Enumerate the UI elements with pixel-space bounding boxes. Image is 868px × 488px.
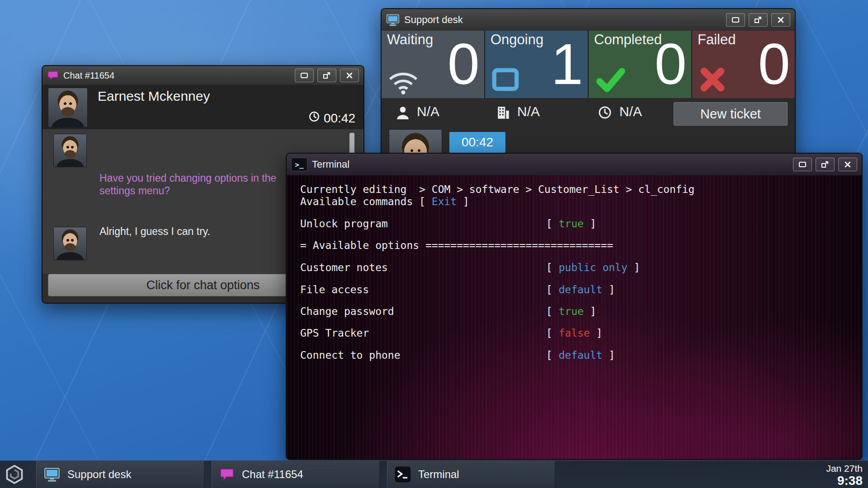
terminal-option-row: Connect to phone[ default ]: [300, 349, 853, 361]
taskbar-date: Jan 27th: [826, 463, 863, 474]
monitor-icon: [44, 466, 60, 483]
option-value[interactable]: default: [559, 349, 603, 361]
new-ticket-button[interactable]: New ticket: [674, 102, 788, 126]
option-value[interactable]: public only: [559, 262, 627, 273]
chat-window-controls: [295, 69, 359, 82]
option-label: Connect to phone: [300, 349, 546, 361]
tile-failed: Failed 0: [692, 31, 795, 98]
close-button[interactable]: [771, 13, 790, 27]
tile-count: 0: [758, 31, 790, 98]
tile-count: 0: [448, 31, 480, 98]
chat-bubble-icon: [47, 70, 59, 81]
status-tiles: Waiting 0 Ongoing 1 Completed 0: [382, 31, 795, 98]
tile-count: 1: [551, 31, 583, 98]
commands-prefix: Available commands [: [300, 196, 432, 207]
taskbar-clock: Jan 27th 9:38: [826, 463, 863, 488]
taskbar-item-chat[interactable]: Chat #11654: [212, 461, 380, 488]
option-label: File access: [300, 284, 546, 296]
terminal-titlebar[interactable]: >_ Terminal: [287, 154, 862, 176]
taskbar-item-label: Support desk: [67, 468, 131, 481]
tile-completed: Completed 0: [589, 31, 691, 98]
company-value: N/A: [517, 104, 540, 119]
taskbar-item-support-desk[interactable]: Support desk: [36, 461, 204, 488]
exit-command[interactable]: Exit: [432, 196, 457, 207]
wifi-icon: [387, 70, 420, 94]
time-value: N/A: [619, 104, 642, 119]
option-value[interactable]: default: [559, 284, 603, 296]
contact-name: Earnest Mckenney: [98, 89, 210, 104]
taskbar-item-label: Chat #11654: [242, 468, 303, 481]
contact-avatar: [48, 88, 88, 127]
option-label: Unlock program: [300, 218, 546, 230]
taskbar-time: 9:38: [826, 474, 863, 488]
taskbar: Support desk Chat #11654 Terminal Jan 27…: [0, 460, 868, 488]
chat-titlebar[interactable]: Chat #11654: [42, 66, 363, 85]
popout-button[interactable]: [749, 13, 768, 27]
close-button[interactable]: [838, 158, 857, 171]
terminal-window-controls: [793, 158, 857, 171]
chat-contact-header: Earnest Mckenney 00:42: [42, 85, 363, 130]
option-label: Customer notes: [300, 262, 546, 273]
terminal-option-row: Change password[ true ]: [300, 305, 853, 317]
popout-button[interactable]: [317, 69, 336, 82]
chat-bubble-icon: [219, 467, 235, 482]
person-icon: [395, 105, 410, 120]
terminal-path-line: Currently editing > COM > software > Cus…: [300, 183, 853, 195]
bracket: [: [546, 305, 559, 317]
option-label: GPS Tracker: [300, 327, 546, 339]
terminal-icon: >_: [291, 158, 307, 171]
taskbar-item-terminal[interactable]: Terminal: [387, 461, 555, 488]
terminal-option-row: GPS Tracker[ false ]: [300, 327, 853, 339]
minimize-button[interactable]: [793, 158, 812, 171]
option-value[interactable]: true: [559, 218, 584, 230]
minimize-button[interactable]: [295, 69, 314, 82]
tile-waiting: Waiting 0: [382, 31, 484, 98]
bracket: [: [546, 262, 559, 273]
bracket: ]: [603, 284, 615, 296]
support-window-controls: [726, 13, 790, 27]
support-desk-title: Support desk: [404, 14, 463, 26]
bracket: ]: [603, 349, 615, 361]
taskbar-item-label: Terminal: [418, 468, 459, 481]
terminal-window: >_ Terminal Currently editing > COM > so…: [286, 153, 863, 460]
chat-message: Have you tried changing options in the s…: [99, 172, 298, 197]
terminal-option-row: Unlock program[ true ]: [300, 218, 853, 230]
tile-label: Failed: [698, 32, 736, 48]
support-desk-titlebar[interactable]: Support desk: [382, 9, 795, 31]
terminal-title: Terminal: [312, 159, 349, 170]
clock-icon: [308, 111, 320, 126]
terminal-commands-line: Available commands [ Exit ]: [300, 196, 853, 207]
minimize-button[interactable]: [726, 13, 745, 27]
message-avatar: [53, 134, 87, 167]
bracket: ]: [590, 327, 603, 339]
terminal-icon: [395, 466, 411, 483]
terminal-option-row: Customer notes[ public only ]: [300, 262, 853, 273]
option-value[interactable]: false: [559, 327, 590, 339]
chat-message: Alright, I guess I can try.: [99, 225, 307, 238]
bracket: [: [546, 284, 559, 296]
bracket: ]: [584, 305, 596, 317]
tile-label: Completed: [594, 32, 662, 48]
desktop: Chat #11654 Earnest Mckenney 00: [0, 0, 868, 488]
tile-label: Ongoing: [491, 32, 543, 48]
bracket: ]: [627, 262, 640, 273]
popout-button[interactable]: [816, 158, 835, 171]
bracket: [: [546, 218, 559, 230]
close-button[interactable]: [340, 69, 359, 82]
chat-timer-value: 00:42: [324, 111, 355, 126]
building-icon: [495, 105, 511, 120]
terminal-output: Currently editing > COM > software > Cus…: [287, 175, 862, 459]
monitor-icon: [386, 13, 400, 27]
ongoing-window-icon: [491, 65, 520, 94]
terminal-separator: = Available options ====================…: [300, 239, 853, 251]
option-label: Change password: [300, 305, 546, 317]
start-logo[interactable]: [4, 464, 25, 485]
bracket: ]: [584, 218, 596, 230]
ticket-timer-chip[interactable]: 00:42: [449, 132, 505, 153]
chat-window-title: Chat #11654: [63, 70, 114, 81]
customer-value: N/A: [417, 104, 439, 119]
option-value[interactable]: true: [559, 305, 584, 317]
clock-icon: [598, 105, 612, 120]
tile-label: Waiting: [387, 32, 433, 48]
bracket: [: [546, 349, 559, 361]
